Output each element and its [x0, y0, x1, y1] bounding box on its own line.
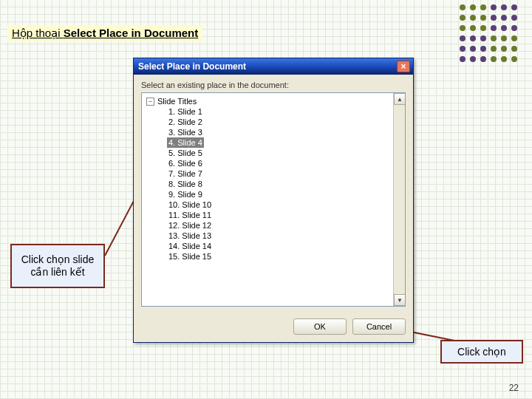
- tree-root-label: Slide Titles: [157, 97, 197, 106]
- decorative-dot-grid: [460, 4, 519, 64]
- dialog-button-row: OK Cancel: [134, 314, 413, 342]
- tree-node[interactable]: 11. Slide 11: [167, 210, 393, 220]
- tree-node[interactable]: 8. Slide 8: [167, 179, 393, 189]
- scroll-track[interactable]: [394, 105, 405, 294]
- dialog-prompt: Select an existing place in the document…: [134, 75, 413, 92]
- close-icon: ×: [400, 61, 406, 72]
- cancel-button[interactable]: Cancel: [352, 318, 406, 335]
- chevron-down-icon: ▼: [397, 297, 403, 304]
- tree-container: − Slide Titles 1. Slide 12. Slide 23. Sl…: [141, 92, 406, 307]
- tree-node[interactable]: 12. Slide 12: [167, 220, 393, 231]
- scroll-up-button[interactable]: ▲: [394, 93, 406, 105]
- vertical-scrollbar[interactable]: ▲ ▼: [393, 93, 405, 306]
- scroll-down-button[interactable]: ▼: [394, 294, 406, 306]
- dialog-title: Select Place in Document: [138, 61, 397, 72]
- tree-node[interactable]: 3. Slide 3: [167, 127, 393, 137]
- tree-root[interactable]: − Slide Titles: [146, 96, 393, 106]
- callout-click-ok: Click chọn: [440, 340, 523, 364]
- tree-node[interactable]: 2. Slide 2: [167, 117, 393, 127]
- callout-select-slide: Click chọn slide cần liên kết: [10, 244, 105, 288]
- tree-node[interactable]: 4. Slide 4: [167, 137, 204, 148]
- page-number: 22: [509, 383, 519, 393]
- tree-node[interactable]: 9. Slide 9: [167, 189, 393, 200]
- slide-page: Hộp thoại Select Place in Document Selec…: [0, 0, 532, 399]
- tree-node[interactable]: 14. Slide 14: [167, 241, 393, 251]
- close-button[interactable]: ×: [397, 61, 410, 72]
- chevron-up-icon: ▲: [397, 96, 403, 103]
- tree-children: 1. Slide 12. Slide 23. Slide 34. Slide 4…: [146, 106, 393, 262]
- tree-node[interactable]: 6. Slide 6: [167, 158, 393, 168]
- tree-node[interactable]: 5. Slide 5: [167, 148, 393, 158]
- heading-bold: Select Place in Document: [64, 27, 199, 39]
- tree-node[interactable]: 7. Slide 7: [167, 168, 393, 179]
- dialog-titlebar[interactable]: Select Place in Document ×: [134, 58, 413, 75]
- select-place-dialog: Select Place in Document × Select an exi…: [133, 58, 414, 343]
- tree-node[interactable]: 10. Slide 10: [167, 200, 393, 210]
- tree-node[interactable]: 15. Slide 15: [167, 251, 393, 262]
- heading-prefix: Hộp thoại: [12, 27, 64, 39]
- tree-node[interactable]: 13. Slide 13: [167, 231, 393, 241]
- collapse-icon[interactable]: −: [146, 98, 154, 106]
- slide-tree[interactable]: − Slide Titles 1. Slide 12. Slide 23. Sl…: [142, 93, 393, 306]
- page-heading: Hộp thoại Select Place in Document: [7, 25, 202, 41]
- tree-node[interactable]: 1. Slide 1: [167, 106, 393, 117]
- ok-button[interactable]: OK: [293, 318, 347, 335]
